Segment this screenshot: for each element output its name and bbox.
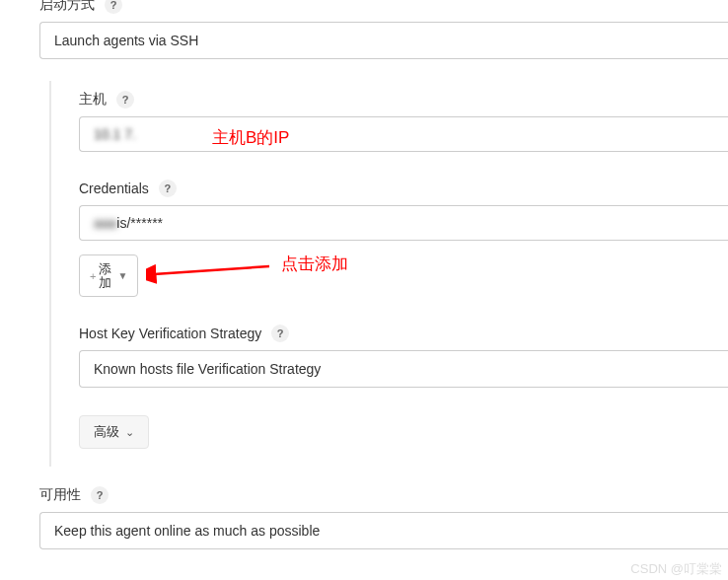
strategy-select[interactable]: Known hosts file Verification Strategy <box>79 350 728 388</box>
watermark: CSDN @叮棠棠 <box>630 560 722 578</box>
host-label: 主机 <box>79 91 107 109</box>
annotation-click-add: 点击添加 <box>281 253 348 275</box>
plus-icon: + <box>90 270 96 282</box>
strategy-value: Known hosts file Verification Strategy <box>94 361 321 377</box>
add-button-label: 添加 <box>99 262 111 289</box>
launch-method-select[interactable]: Launch agents via SSH <box>39 22 728 59</box>
launch-method-value: Launch agents via SSH <box>54 33 198 48</box>
caret-down-icon: ▼ <box>117 270 127 281</box>
add-credentials-button[interactable]: + 添加 ▼ <box>79 254 138 297</box>
host-input[interactable]: 10.1 7. <box>79 116 728 152</box>
help-icon[interactable]: ? <box>91 486 109 504</box>
availability-value: Keep this agent online as much as possib… <box>54 523 320 539</box>
launch-method-label: 启动方式 <box>39 0 95 14</box>
credentials-value: aaais/****** <box>94 215 163 231</box>
strategy-label: Host Key Verification Strategy <box>79 326 261 341</box>
help-icon[interactable]: ? <box>271 325 289 342</box>
availability-select[interactable]: Keep this agent online as much as possib… <box>39 512 728 549</box>
svg-line-1 <box>154 266 269 274</box>
ssh-settings-group: 主机 ? 10.1 7. 主机B的IP Credentials ? aaais/… <box>49 81 728 467</box>
help-icon[interactable]: ? <box>159 180 177 197</box>
credentials-select[interactable]: aaais/****** <box>79 205 728 241</box>
advanced-label: 高级 <box>94 423 119 441</box>
host-value: 10.1 7. <box>94 126 136 142</box>
credentials-label: Credentials <box>79 181 149 196</box>
help-icon[interactable]: ? <box>116 91 134 109</box>
chevron-down-icon: ⌄ <box>125 426 134 439</box>
annotation-arrow <box>146 258 274 284</box>
availability-label: 可用性 <box>39 486 81 504</box>
advanced-button[interactable]: 高级 ⌄ <box>79 415 149 449</box>
help-icon[interactable]: ? <box>105 0 122 14</box>
